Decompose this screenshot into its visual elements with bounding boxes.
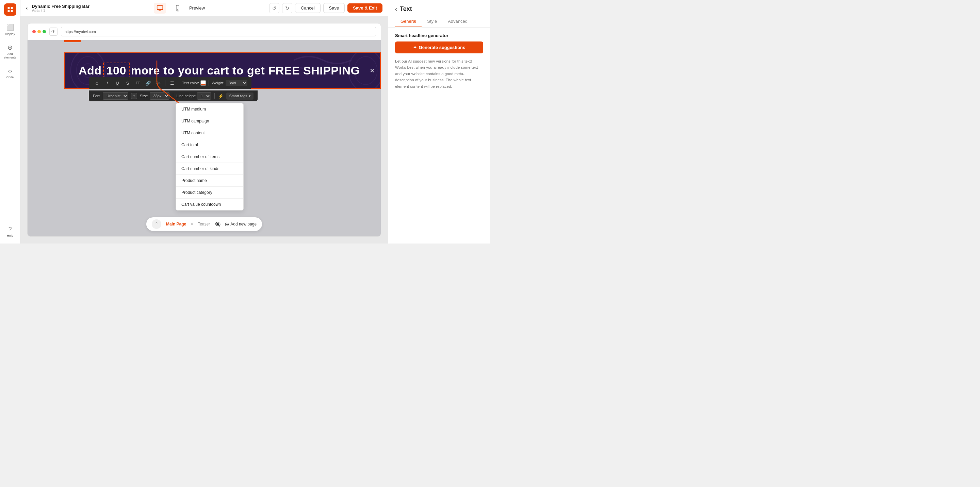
chevron-up-button[interactable]: ⌃ bbox=[152, 219, 161, 229]
top-bar-actions: ↺ ↻ Cancel Save Save & Exit bbox=[269, 3, 382, 13]
sidebar-item-code[interactable]: ‹› Code bbox=[2, 65, 19, 82]
toolbar-divider-2 bbox=[179, 80, 179, 86]
tab-dot bbox=[191, 223, 193, 225]
text-toolbar: ☺ I U S TT 🔗 T✕ ☰ Text color: Weig bbox=[89, 77, 251, 89]
dropdown-item-utm-content[interactable]: UTM content bbox=[176, 127, 243, 139]
weight-label: Weight: bbox=[212, 81, 224, 85]
toolbar-divider-4 bbox=[173, 93, 173, 98]
clear-format-button[interactable]: T✕ bbox=[154, 79, 162, 87]
app-logo[interactable] bbox=[4, 3, 16, 16]
dropdown-item-cart-kinds[interactable]: Cart number of kinds bbox=[176, 163, 243, 175]
smart-tags-dropdown: UTM medium UTM campaign UTM content Cart… bbox=[176, 103, 243, 211]
browser-eye-button[interactable]: 👁 bbox=[49, 27, 57, 36]
mobile-view-button[interactable] bbox=[172, 3, 184, 14]
generate-icon: ✦ bbox=[413, 45, 417, 50]
browser-chrome: 👁 https://myobvi.com bbox=[27, 23, 381, 40]
dropdown-item-cart-total[interactable]: Cart total bbox=[176, 139, 243, 151]
left-sidebar: ⬜ Display ⊕ Add elements ‹› Code ? Help bbox=[0, 0, 21, 243]
align-button[interactable]: ☰ bbox=[168, 79, 176, 87]
cancel-button[interactable]: Cancel bbox=[295, 3, 320, 13]
size-section: Size: 38px bbox=[140, 92, 169, 100]
banner-highlight[interactable]: 100 bbox=[103, 63, 130, 79]
url-bar[interactable]: https://myobvi.com bbox=[61, 27, 376, 36]
text-toolbar-row2: Font: Urbanist + Size: 38px Line height: bbox=[89, 90, 258, 102]
tab-main-page[interactable]: Main Page bbox=[165, 220, 187, 228]
dot-yellow bbox=[37, 30, 41, 33]
tab-teaser[interactable]: Teaser bbox=[197, 220, 211, 228]
smart-tags-label: Smart tags bbox=[229, 94, 247, 98]
code-icon: ‹› bbox=[8, 67, 12, 75]
panel-header: ‹ Text bbox=[388, 0, 490, 13]
lh-select[interactable]: 1 bbox=[197, 92, 211, 100]
tab-style[interactable]: Style bbox=[422, 16, 442, 27]
preview-button[interactable]: Preview bbox=[189, 5, 205, 11]
toolbar-divider-1 bbox=[165, 80, 165, 86]
back-button[interactable]: ‹ bbox=[26, 5, 27, 11]
svg-rect-0 bbox=[8, 7, 10, 9]
font-label: Font: bbox=[93, 94, 102, 98]
banner-close-button[interactable]: ✕ bbox=[369, 67, 375, 75]
smart-headline-label: Smart headline generator bbox=[395, 33, 483, 38]
superscript-button[interactable]: TT bbox=[134, 79, 142, 87]
bottom-tabs: ⌃ Main Page Teaser 👁‍🗨 ⊕ Add new page bbox=[146, 217, 262, 231]
logo-icon bbox=[7, 6, 14, 13]
desktop-icon bbox=[156, 5, 163, 11]
app-title: Dynamic Free Shipping Bar Variant 1 bbox=[32, 4, 89, 13]
line-height-section: Line height: 1 bbox=[177, 92, 211, 100]
panel-description: Let our AI suggest new versions for this… bbox=[395, 58, 483, 89]
app-title-main: Dynamic Free Shipping Bar bbox=[32, 4, 89, 9]
link-button[interactable]: 🔗 bbox=[144, 79, 152, 87]
emoji-button[interactable]: ☺ bbox=[93, 79, 101, 87]
svg-rect-1 bbox=[11, 7, 13, 9]
redo-button[interactable]: ↻ bbox=[282, 3, 292, 13]
font-select[interactable]: Urbanist bbox=[103, 92, 128, 100]
size-label: Size: bbox=[140, 94, 148, 98]
help-icon: ? bbox=[8, 226, 11, 233]
dot-green bbox=[43, 30, 46, 33]
weight-select[interactable]: Bold Normal Light bbox=[226, 80, 247, 86]
dropdown-item-product-name[interactable]: Product name bbox=[176, 175, 243, 187]
save-button[interactable]: Save bbox=[323, 3, 345, 13]
desktop-view-button[interactable] bbox=[154, 3, 166, 14]
dropdown-item-utm-campaign[interactable]: UTM campaign bbox=[176, 115, 243, 127]
sidebar-item-help[interactable]: ? Help bbox=[2, 223, 19, 240]
mobile-icon bbox=[174, 5, 181, 11]
right-panel: ‹ Text General Style Advanced Smart head… bbox=[388, 0, 490, 243]
svg-rect-4 bbox=[157, 5, 163, 10]
generate-label: Generate suggestions bbox=[419, 45, 466, 50]
panel-title: Text bbox=[400, 5, 412, 13]
preview-wrapper: 👁 https://myobvi.com Edit mode bbox=[21, 16, 388, 243]
color-indicator[interactable] bbox=[200, 80, 206, 86]
italic-button[interactable]: I bbox=[103, 79, 111, 87]
tab-advanced[interactable]: Advanced bbox=[442, 16, 473, 27]
svg-rect-3 bbox=[11, 10, 13, 12]
eye-hidden-icon[interactable]: 👁‍🗨 bbox=[215, 221, 221, 227]
add-page-button[interactable]: ⊕ Add new page bbox=[224, 221, 256, 227]
banner-text-after: more to your cart to get FREE SHIPPING bbox=[131, 64, 360, 77]
smart-tags-chevron: ▾ bbox=[249, 94, 251, 98]
panel-back-arrow[interactable]: ‹ bbox=[395, 5, 397, 13]
lightning-icon: ⚡ bbox=[218, 94, 224, 98]
dropdown-item-cart-items[interactable]: Cart number of items bbox=[176, 151, 243, 163]
size-select[interactable]: 38px bbox=[150, 92, 169, 100]
font-section: Font: Urbanist bbox=[93, 92, 128, 100]
svg-point-6 bbox=[177, 10, 178, 10]
sidebar-item-add-elements[interactable]: ⊕ Add elements bbox=[2, 41, 19, 62]
dropdown-item-cart-countdown[interactable]: Cart value countdown bbox=[176, 198, 243, 210]
dropdown-item-product-category[interactable]: Product category bbox=[176, 187, 243, 198]
font-plus-button[interactable]: + bbox=[131, 93, 137, 99]
add-elements-icon: ⊕ bbox=[8, 44, 13, 51]
smart-tags-button[interactable]: Smart tags ▾ bbox=[226, 92, 253, 100]
dot-red bbox=[32, 30, 36, 33]
underline-button[interactable]: U bbox=[113, 79, 121, 87]
generate-suggestions-button[interactable]: ✦ Generate suggestions bbox=[395, 41, 483, 53]
strikethrough-button[interactable]: S bbox=[124, 79, 132, 87]
app-title-sub: Variant 1 bbox=[32, 9, 89, 13]
svg-rect-2 bbox=[8, 10, 10, 12]
tab-general[interactable]: General bbox=[395, 16, 422, 27]
dropdown-item-utm-medium[interactable]: UTM medium bbox=[176, 103, 243, 115]
panel-content: Smart headline generator ✦ Generate sugg… bbox=[388, 27, 490, 243]
undo-button[interactable]: ↺ bbox=[269, 3, 279, 13]
sidebar-item-display[interactable]: ⬜ Display bbox=[2, 21, 19, 38]
save-exit-button[interactable]: Save & Exit bbox=[347, 3, 382, 13]
